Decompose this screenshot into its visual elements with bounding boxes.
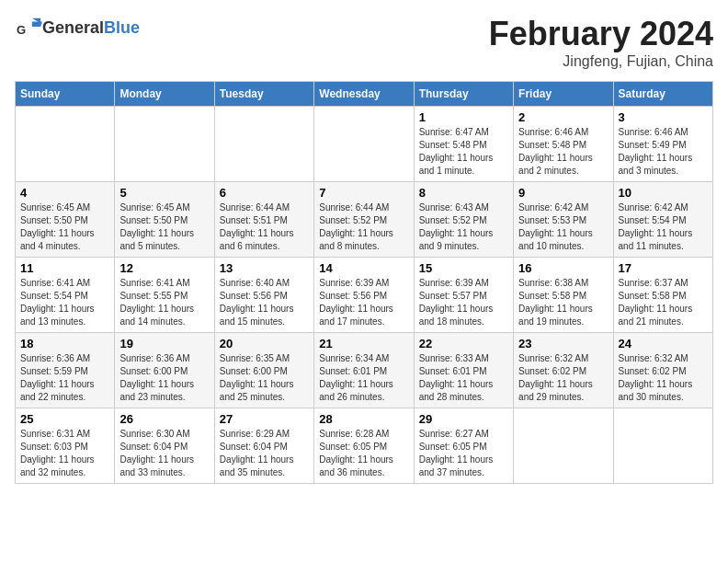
calendar-cell: 22Sunrise: 6:33 AM Sunset: 6:01 PM Dayli… bbox=[414, 333, 513, 408]
day-info: Sunrise: 6:34 AM Sunset: 6:01 PM Dayligh… bbox=[319, 352, 408, 404]
calendar-cell: 28Sunrise: 6:28 AM Sunset: 6:05 PM Dayli… bbox=[314, 408, 414, 484]
weekday-header: Saturday bbox=[613, 82, 712, 107]
day-info: Sunrise: 6:43 AM Sunset: 5:52 PM Dayligh… bbox=[419, 201, 508, 253]
calendar-cell: 6Sunrise: 6:44 AM Sunset: 5:51 PM Daylig… bbox=[214, 182, 313, 258]
day-number: 18 bbox=[20, 337, 109, 350]
calendar-cell: 20Sunrise: 6:35 AM Sunset: 6:00 PM Dayli… bbox=[214, 333, 313, 408]
day-info: Sunrise: 6:32 AM Sunset: 6:02 PM Dayligh… bbox=[518, 352, 608, 404]
calendar-cell: 10Sunrise: 6:42 AM Sunset: 5:54 PM Dayli… bbox=[613, 182, 712, 258]
calendar-week-row: 4Sunrise: 6:45 AM Sunset: 5:50 PM Daylig… bbox=[16, 182, 713, 258]
day-number: 16 bbox=[518, 261, 608, 275]
day-info: Sunrise: 6:28 AM Sunset: 6:05 PM Dayligh… bbox=[319, 428, 408, 479]
day-info: Sunrise: 6:45 AM Sunset: 5:50 PM Dayligh… bbox=[119, 201, 209, 253]
weekday-header: Tuesday bbox=[214, 82, 313, 107]
day-number: 15 bbox=[419, 261, 508, 275]
day-number: 6 bbox=[220, 186, 309, 200]
day-number: 25 bbox=[20, 412, 109, 426]
day-number: 8 bbox=[419, 186, 508, 200]
calendar-cell: 7Sunrise: 6:44 AM Sunset: 5:52 PM Daylig… bbox=[314, 182, 414, 258]
logo-general: General bbox=[42, 18, 104, 37]
calendar-cell bbox=[613, 408, 712, 484]
day-number: 24 bbox=[619, 337, 708, 350]
calendar-cell: 27Sunrise: 6:29 AM Sunset: 6:04 PM Dayli… bbox=[214, 408, 313, 484]
calendar-cell: 5Sunrise: 6:45 AM Sunset: 5:50 PM Daylig… bbox=[115, 182, 214, 258]
day-info: Sunrise: 6:42 AM Sunset: 5:54 PM Dayligh… bbox=[619, 201, 708, 253]
calendar-table: SundayMondayTuesdayWednesdayThursdayFrid… bbox=[15, 81, 713, 484]
calendar-cell: 25Sunrise: 6:31 AM Sunset: 6:03 PM Dayli… bbox=[16, 408, 115, 484]
day-info: Sunrise: 6:29 AM Sunset: 6:04 PM Dayligh… bbox=[220, 428, 309, 479]
weekday-header: Sunday bbox=[16, 82, 115, 107]
day-info: Sunrise: 6:36 AM Sunset: 5:59 PM Dayligh… bbox=[20, 352, 109, 404]
logo-blue: Blue bbox=[104, 18, 140, 37]
day-number: 27 bbox=[220, 412, 309, 426]
calendar-cell: 2Sunrise: 6:46 AM Sunset: 5:48 PM Daylig… bbox=[514, 107, 613, 182]
calendar-cell: 4Sunrise: 6:45 AM Sunset: 5:50 PM Daylig… bbox=[16, 182, 115, 258]
day-info: Sunrise: 6:27 AM Sunset: 6:05 PM Dayligh… bbox=[419, 428, 508, 479]
day-number: 2 bbox=[518, 110, 608, 124]
month-year-title: February 2024 bbox=[489, 15, 713, 53]
calendar-week-row: 11Sunrise: 6:41 AM Sunset: 5:54 PM Dayli… bbox=[16, 258, 713, 333]
day-number: 13 bbox=[220, 261, 309, 275]
calendar-cell: 18Sunrise: 6:36 AM Sunset: 5:59 PM Dayli… bbox=[16, 333, 115, 408]
calendar-cell: 26Sunrise: 6:30 AM Sunset: 6:04 PM Dayli… bbox=[115, 408, 214, 484]
day-info: Sunrise: 6:46 AM Sunset: 5:49 PM Dayligh… bbox=[619, 126, 708, 178]
calendar-cell: 9Sunrise: 6:42 AM Sunset: 5:53 PM Daylig… bbox=[514, 182, 613, 258]
day-info: Sunrise: 6:42 AM Sunset: 5:53 PM Dayligh… bbox=[518, 201, 608, 253]
location-title: Jingfeng, Fujian, China bbox=[489, 53, 713, 70]
day-info: Sunrise: 6:30 AM Sunset: 6:04 PM Dayligh… bbox=[119, 428, 209, 479]
calendar-cell: 12Sunrise: 6:41 AM Sunset: 5:55 PM Dayli… bbox=[115, 258, 214, 333]
day-number: 7 bbox=[319, 186, 408, 200]
day-number: 22 bbox=[419, 337, 508, 350]
calendar-cell: 16Sunrise: 6:38 AM Sunset: 5:58 PM Dayli… bbox=[514, 258, 613, 333]
calendar-cell: 17Sunrise: 6:37 AM Sunset: 5:58 PM Dayli… bbox=[613, 258, 712, 333]
weekday-header: Monday bbox=[115, 82, 214, 107]
day-number: 9 bbox=[518, 186, 608, 200]
day-info: Sunrise: 6:44 AM Sunset: 5:52 PM Dayligh… bbox=[319, 201, 408, 253]
calendar-week-row: 1Sunrise: 6:47 AM Sunset: 5:48 PM Daylig… bbox=[16, 107, 713, 182]
logo-icon: G bbox=[17, 15, 42, 40]
logo: G GeneralBlue bbox=[15, 15, 140, 40]
day-number: 28 bbox=[319, 412, 408, 426]
weekday-header: Thursday bbox=[414, 82, 513, 107]
day-info: Sunrise: 6:41 AM Sunset: 5:55 PM Dayligh… bbox=[119, 277, 209, 328]
day-info: Sunrise: 6:44 AM Sunset: 5:51 PM Dayligh… bbox=[220, 201, 309, 253]
svg-text:G: G bbox=[17, 23, 26, 37]
day-info: Sunrise: 6:39 AM Sunset: 5:57 PM Dayligh… bbox=[419, 277, 508, 328]
day-number: 19 bbox=[119, 337, 209, 350]
calendar-cell: 23Sunrise: 6:32 AM Sunset: 6:02 PM Dayli… bbox=[514, 333, 613, 408]
day-info: Sunrise: 6:47 AM Sunset: 5:48 PM Dayligh… bbox=[419, 126, 508, 178]
calendar-cell bbox=[214, 107, 313, 182]
calendar-cell: 19Sunrise: 6:36 AM Sunset: 6:00 PM Dayli… bbox=[115, 333, 214, 408]
calendar-cell: 3Sunrise: 6:46 AM Sunset: 5:49 PM Daylig… bbox=[613, 107, 712, 182]
calendar-cell: 29Sunrise: 6:27 AM Sunset: 6:05 PM Dayli… bbox=[414, 408, 513, 484]
day-number: 12 bbox=[119, 261, 209, 275]
day-number: 23 bbox=[518, 337, 608, 350]
calendar-cell: 1Sunrise: 6:47 AM Sunset: 5:48 PM Daylig… bbox=[414, 107, 513, 182]
day-info: Sunrise: 6:39 AM Sunset: 5:56 PM Dayligh… bbox=[319, 277, 408, 328]
day-info: Sunrise: 6:40 AM Sunset: 5:56 PM Dayligh… bbox=[220, 277, 309, 328]
day-info: Sunrise: 6:45 AM Sunset: 5:50 PM Dayligh… bbox=[20, 201, 109, 253]
day-info: Sunrise: 6:32 AM Sunset: 6:02 PM Dayligh… bbox=[619, 352, 708, 404]
title-section: February 2024 Jingfeng, Fujian, China bbox=[489, 15, 713, 70]
calendar-cell: 14Sunrise: 6:39 AM Sunset: 5:56 PM Dayli… bbox=[314, 258, 414, 333]
calendar-cell bbox=[16, 107, 115, 182]
day-number: 21 bbox=[319, 337, 408, 350]
day-number: 1 bbox=[419, 110, 508, 124]
day-number: 29 bbox=[419, 412, 508, 426]
day-info: Sunrise: 6:33 AM Sunset: 6:01 PM Dayligh… bbox=[419, 352, 508, 404]
calendar-cell: 24Sunrise: 6:32 AM Sunset: 6:02 PM Dayli… bbox=[613, 333, 712, 408]
day-info: Sunrise: 6:46 AM Sunset: 5:48 PM Dayligh… bbox=[518, 126, 608, 178]
weekday-header: Friday bbox=[514, 82, 613, 107]
calendar-cell: 8Sunrise: 6:43 AM Sunset: 5:52 PM Daylig… bbox=[414, 182, 513, 258]
day-number: 26 bbox=[119, 412, 209, 426]
day-info: Sunrise: 6:37 AM Sunset: 5:58 PM Dayligh… bbox=[619, 277, 708, 328]
day-number: 17 bbox=[619, 261, 708, 275]
calendar-cell: 21Sunrise: 6:34 AM Sunset: 6:01 PM Dayli… bbox=[314, 333, 414, 408]
header: G GeneralBlue February 2024 Jingfeng, Fu… bbox=[15, 15, 713, 70]
day-number: 5 bbox=[119, 186, 209, 200]
day-info: Sunrise: 6:36 AM Sunset: 6:00 PM Dayligh… bbox=[119, 352, 209, 404]
day-number: 20 bbox=[220, 337, 309, 350]
svg-marker-2 bbox=[32, 21, 42, 27]
calendar-week-row: 25Sunrise: 6:31 AM Sunset: 6:03 PM Dayli… bbox=[16, 408, 713, 484]
calendar-cell bbox=[115, 107, 214, 182]
